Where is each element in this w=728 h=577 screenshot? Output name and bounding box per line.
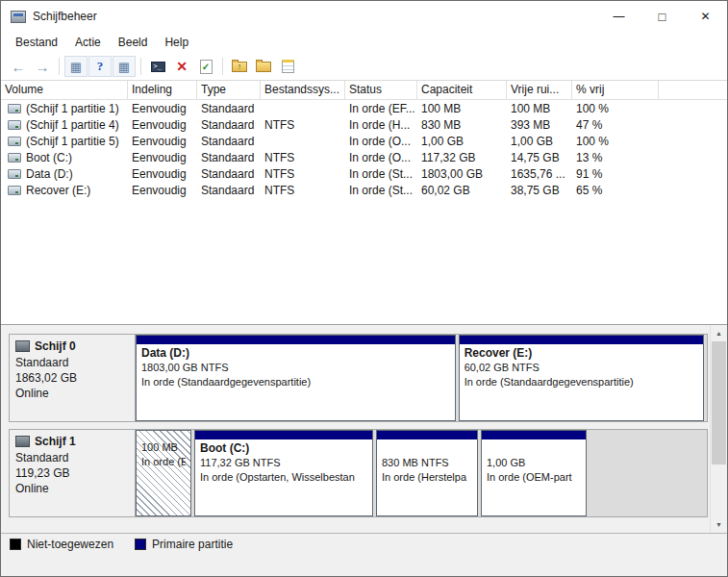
- volume-row-schijf1-partitie5[interactable]: (Schijf 1 partitie 5) Eenvoudig Standaar…: [1, 133, 727, 149]
- forward-button[interactable]: →: [31, 56, 54, 77]
- partition-name: Data (D:): [141, 345, 450, 361]
- partition-size: 100 MB: [141, 440, 186, 455]
- menu-bestand[interactable]: Bestand: [7, 34, 66, 51]
- volume-row-data-d[interactable]: Data (D:) Eenvoudig Standaard NTFS In or…: [1, 165, 727, 182]
- column-pct-vrij[interactable]: % vrij: [572, 81, 659, 99]
- partition-status: In orde (OEM-part: [487, 470, 581, 485]
- volume-label: (Schijf 1 partitie 4): [26, 118, 119, 132]
- indeling-cell: Eenvoudig: [128, 102, 197, 115]
- type-cell: Standaard: [197, 184, 261, 197]
- partition-status: In orde (EF: [141, 455, 186, 469]
- toolbar-separator: [140, 58, 141, 75]
- action-pane-icon: ▦: [118, 60, 130, 74]
- pct-free-cell: 100 %: [572, 135, 659, 148]
- indeling-cell: Eenvoudig: [128, 118, 197, 132]
- show-console-tree-button[interactable]: ▦: [64, 56, 88, 77]
- menu-actie[interactable]: Actie: [66, 34, 110, 51]
- vertical-scrollbar[interactable]: ▲ ▼: [710, 325, 727, 533]
- volume-row-schijf1-partitie4[interactable]: (Schijf 1 partitie 4) Eenvoudig Standaar…: [1, 116, 727, 133]
- volume-cell: (Schijf 1 partitie 1): [1, 102, 128, 115]
- show-action-pane-button[interactable]: ▦: [113, 56, 136, 77]
- legend: Niet-toegewezen Primaire partitie: [1, 533, 727, 555]
- scroll-down-button[interactable]: ▼: [711, 516, 727, 533]
- volume-cell: Recover (E:): [1, 184, 128, 197]
- window-controls: — □ ✕: [597, 1, 727, 32]
- disk-status: Online: [15, 386, 129, 401]
- pct-free-cell: 13 %: [572, 151, 659, 164]
- column-volume[interactable]: Volume: [1, 81, 128, 99]
- back-button[interactable]: ←: [7, 56, 30, 77]
- disk-1-info[interactable]: Schijf 1 Standaard 119,23 GB Online: [9, 429, 136, 517]
- maximize-button[interactable]: □: [640, 1, 684, 32]
- help-button[interactable]: ?: [88, 56, 112, 77]
- column-filler: [659, 81, 727, 99]
- volume-cell: Boot (C:): [1, 151, 128, 164]
- status-cell: In orde (O...: [345, 151, 417, 164]
- volume-label: Boot (C:): [26, 151, 72, 164]
- status-cell: In orde (St...: [345, 184, 417, 197]
- disk-size: 119,23 GB: [15, 465, 129, 481]
- status-cell: In orde (EF...: [345, 102, 417, 115]
- pct-free-cell: 100 %: [572, 102, 659, 115]
- partition-recover-e[interactable]: Recover (E:) 60,02 GB NTFS In orde (Stan…: [459, 335, 704, 421]
- partition-status: In orde (Standaardgegevenspartitie): [464, 375, 698, 389]
- graphical-view: Schijf 0 Standaard 1863,02 GB Online Dat…: [1, 324, 727, 533]
- partition-boot-c[interactable]: Boot (C:) 117,32 GB NTFS In orde (Opstar…: [194, 430, 373, 516]
- capacity-cell: 60,02 GB: [417, 184, 507, 197]
- partition-size: 117,32 GB NTFS: [200, 456, 367, 470]
- column-status[interactable]: Status: [345, 81, 417, 99]
- minimize-button[interactable]: —: [597, 1, 640, 32]
- indeling-cell: Eenvoudig: [128, 184, 197, 197]
- drive-icon: [8, 169, 21, 179]
- change-drive-letter-button[interactable]: ↑: [228, 56, 251, 77]
- column-bestandssysteem[interactable]: Bestandssys...: [261, 81, 345, 99]
- drive-icon: [8, 137, 21, 146]
- partition-size: 1,00 GB: [487, 456, 581, 470]
- disk-rows: Schijf 0 Standaard 1863,02 GB Online Dat…: [1, 325, 710, 533]
- filesystem-cell: NTFS: [261, 151, 345, 164]
- delete-volume-button[interactable]: ✕: [170, 56, 193, 77]
- partition-data-d[interactable]: Data (D:) 1803,00 GB NTFS In orde (Stand…: [136, 335, 456, 421]
- filesystem-cell: NTFS: [261, 167, 345, 181]
- drive-icon: [8, 104, 21, 113]
- volume-row-recover-e[interactable]: Recover (E:) Eenvoudig Standaard NTFS In…: [1, 182, 727, 198]
- partition-name: [487, 440, 581, 456]
- pct-free-cell: 47 %: [572, 118, 659, 132]
- volume-row-schijf1-partitie1[interactable]: (Schijf 1 partitie 1) Eenvoudig Standaar…: [1, 100, 727, 116]
- disk-management-window: Schijfbeheer — □ ✕ Bestand Actie Beeld H…: [0, 0, 728, 577]
- forward-icon: →: [36, 59, 50, 75]
- volume-cell: (Schijf 1 partitie 5): [1, 135, 128, 148]
- open-explorer-button[interactable]: [252, 56, 275, 77]
- column-type[interactable]: Type: [197, 81, 261, 99]
- partition-oem-1gb[interactable]: 1,00 GB In orde (OEM-part: [481, 430, 587, 516]
- indeling-cell: Eenvoudig: [128, 151, 197, 164]
- menu-help[interactable]: Help: [156, 34, 197, 51]
- disk-0-info[interactable]: Schijf 0 Standaard 1863,02 GB Online: [9, 334, 136, 422]
- partition-name: Recover (E:): [464, 345, 698, 361]
- column-indeling[interactable]: Indeling: [128, 81, 197, 99]
- scrollbar-track[interactable]: [711, 341, 727, 516]
- partition-status: In orde (Standaardgegevenspartitie): [141, 375, 450, 389]
- disk-type: Standaard: [15, 450, 129, 465]
- close-button[interactable]: ✕: [684, 1, 727, 32]
- pct-free-cell: 65 %: [572, 184, 659, 197]
- mark-active-button[interactable]: ✓: [194, 56, 217, 77]
- delete-icon: ✕: [176, 59, 188, 74]
- partition-size: 830 MB NTFS: [382, 456, 472, 470]
- column-capaciteit[interactable]: Capaciteit: [417, 81, 507, 99]
- menu-beeld[interactable]: Beeld: [110, 34, 157, 51]
- column-vrije-ruimte[interactable]: Vrije rui...: [507, 81, 572, 99]
- volume-row-boot-c[interactable]: Boot (C:) Eenvoudig Standaard NTFS In or…: [1, 149, 727, 165]
- properties-button[interactable]: [276, 56, 299, 77]
- app-icon: [11, 11, 26, 23]
- legend-label: Primaire partitie: [152, 538, 233, 551]
- scroll-up-button[interactable]: ▲: [711, 325, 727, 341]
- partition-efi-selected[interactable]: 100 MB In orde (EF: [136, 430, 191, 516]
- primary-partition-band: [482, 431, 586, 439]
- partition-recovery-830mb[interactable]: 830 MB NTFS In orde (Herstelpa: [376, 430, 478, 516]
- partition-size: 1803,00 GB NTFS: [141, 361, 450, 375]
- drive-icon: [8, 153, 21, 163]
- command-prompt-button[interactable]: >_: [146, 56, 169, 77]
- volume-label: Recover (E:): [26, 184, 90, 197]
- scrollbar-thumb[interactable]: [712, 341, 726, 464]
